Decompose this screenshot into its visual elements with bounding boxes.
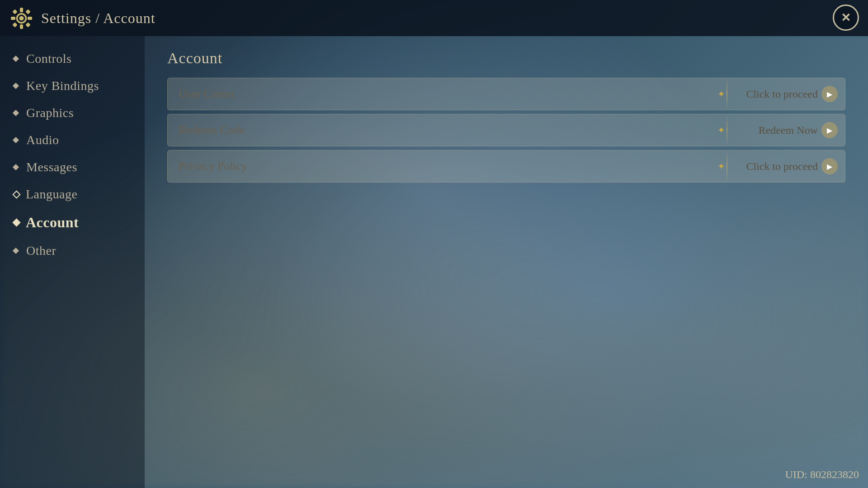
- arrow-icon: ▶: [827, 126, 832, 135]
- svg-rect-3: [20, 24, 23, 29]
- sidebar-item-other[interactable]: Other: [0, 237, 145, 264]
- sidebar-item-label: Graphics: [26, 106, 74, 120]
- sidebar-item-label: Other: [26, 244, 56, 258]
- svg-rect-9: [25, 22, 30, 27]
- bullet-icon: [13, 164, 19, 170]
- svg-rect-6: [12, 9, 17, 14]
- sidebar-item-account[interactable]: Account: [0, 208, 145, 237]
- gear-icon: [9, 6, 34, 31]
- user-center-arrow: ▶: [821, 86, 838, 102]
- close-button[interactable]: ✕: [833, 5, 859, 31]
- sidebar-item-label: Controls: [26, 52, 71, 66]
- row-divider: [726, 78, 727, 110]
- star-icon: ✦: [717, 89, 725, 99]
- svg-rect-5: [28, 17, 32, 20]
- sidebar-item-key-bindings[interactable]: Key Bindings: [0, 72, 145, 99]
- arrow-icon: ▶: [827, 162, 832, 171]
- redeem-code-label: Redeem Code: [168, 123, 732, 137]
- privacy-policy-label: Privacy Policy: [168, 160, 732, 173]
- row-divider: [726, 114, 727, 146]
- sidebar-item-label: Account: [26, 214, 79, 231]
- svg-rect-2: [20, 8, 23, 12]
- sidebar-item-controls[interactable]: Controls: [0, 45, 145, 72]
- bullet-icon: [13, 110, 19, 116]
- svg-rect-7: [25, 9, 30, 14]
- header-title: Settings / Account: [41, 10, 156, 27]
- privacy-policy-arrow: ▶: [821, 158, 838, 174]
- section-title: Account: [167, 50, 845, 67]
- bullet-icon: [13, 248, 19, 254]
- bullet-icon: [12, 218, 20, 226]
- bullet-icon: [13, 137, 19, 143]
- star-icon: ✦: [717, 161, 725, 172]
- svg-point-1: [19, 16, 24, 20]
- uid-badge: UID: 802823820: [785, 469, 859, 481]
- svg-rect-4: [11, 17, 15, 20]
- sidebar-item-label: Audio: [26, 133, 59, 147]
- star-icon: ✦: [717, 125, 725, 136]
- sidebar-item-messages[interactable]: Messages: [0, 154, 145, 181]
- sidebar-item-label: Key Bindings: [26, 79, 99, 93]
- user-center-label: User Center: [168, 87, 732, 101]
- bullet-icon: [13, 83, 19, 89]
- row-divider: [726, 150, 727, 182]
- sidebar-item-label: Language: [26, 187, 77, 202]
- bullet-icon: [13, 56, 19, 62]
- privacy-policy-row[interactable]: Privacy Policy ✦ Click to proceed ▶: [167, 150, 845, 183]
- sidebar-item-label: Messages: [26, 160, 77, 174]
- user-center-row[interactable]: User Center ✦ Click to proceed ▶: [167, 78, 845, 110]
- sidebar: Controls Key Bindings Graphics Audio Mes…: [0, 36, 145, 488]
- main-content: Account User Center ✦ Click to proceed ▶…: [145, 36, 868, 488]
- arrow-icon: ▶: [827, 90, 832, 99]
- sidebar-item-language[interactable]: Language: [0, 181, 145, 208]
- close-icon: ✕: [841, 11, 851, 25]
- top-bar: Settings / Account ✕: [0, 0, 868, 36]
- redeem-code-arrow: ▶: [821, 122, 838, 138]
- redeem-code-row[interactable]: Redeem Code ✦ Redeem Now ▶: [167, 114, 845, 146]
- sidebar-item-graphics[interactable]: Graphics: [0, 99, 145, 127]
- bullet-icon: [12, 190, 20, 198]
- sidebar-item-audio[interactable]: Audio: [0, 127, 145, 154]
- svg-rect-8: [12, 22, 17, 27]
